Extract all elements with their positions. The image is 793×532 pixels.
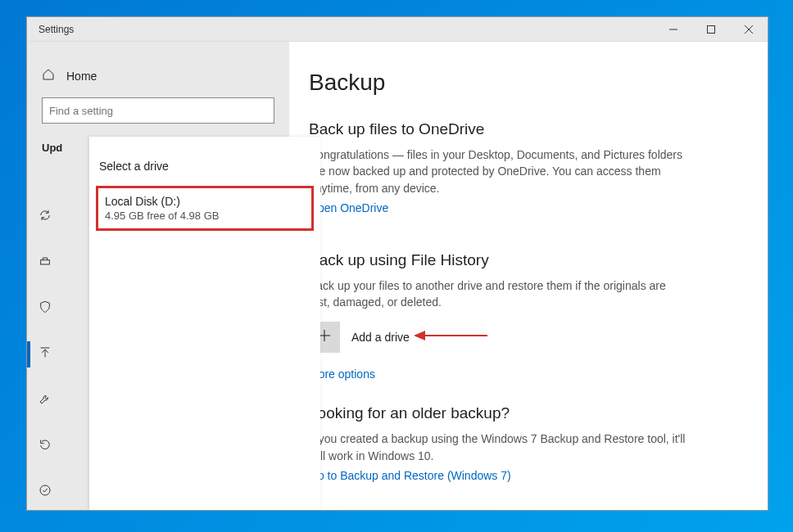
search-input[interactable] <box>42 97 274 124</box>
svg-marker-11 <box>414 331 425 340</box>
maximize-button[interactable] <box>692 17 730 42</box>
svg-rect-4 <box>41 260 50 264</box>
nav-backup[interactable] <box>27 343 63 366</box>
svg-rect-1 <box>708 25 715 33</box>
sidebar: Home Upd <box>27 42 289 510</box>
drive-option[interactable]: Local Disk (D:) 4.95 GB free of 4.98 GB <box>96 186 314 231</box>
drive-name: Local Disk (D:) <box>105 195 305 208</box>
main-content: Backup Back up files to OneDrive Congrat… <box>289 42 768 510</box>
shield-icon <box>39 300 52 317</box>
select-drive-flyout: Select a drive Local Disk (D:) 4.95 GB f… <box>89 137 320 510</box>
nav-rail <box>27 205 63 510</box>
svg-point-6 <box>40 485 50 495</box>
onedrive-desc: Congratulations — files in your Desktop,… <box>309 147 686 196</box>
backup-arrow-up-icon <box>39 346 52 363</box>
nav-recovery[interactable] <box>27 435 63 458</box>
close-button[interactable] <box>730 17 768 42</box>
nav-windows-security[interactable] <box>27 297 63 320</box>
open-onedrive-link[interactable]: Open OneDrive <box>309 201 388 214</box>
sync-icon <box>39 209 52 225</box>
wrench-icon <box>39 392 52 408</box>
flyout-title: Select a drive <box>89 151 320 186</box>
older-desc: If you created a backup using the Window… <box>309 431 686 464</box>
onedrive-heading: Back up files to OneDrive <box>309 120 743 138</box>
check-circle-icon <box>39 484 52 500</box>
older-heading: Looking for an older backup? <box>309 404 743 422</box>
settings-window: Settings Home Upd <box>26 16 768 511</box>
drive-free-space: 4.95 GB free of 4.98 GB <box>105 210 305 222</box>
annotation-arrow <box>414 330 487 345</box>
home-icon <box>42 68 55 84</box>
window-controls <box>655 17 768 42</box>
page-title: Backup <box>309 70 743 96</box>
add-drive-button[interactable]: Add a drive <box>309 322 743 353</box>
window-body: Home Upd <box>27 42 768 510</box>
titlebar: Settings <box>27 17 768 42</box>
minimize-button[interactable] <box>655 17 692 42</box>
nav-windows-update[interactable] <box>27 205 63 228</box>
search-row <box>27 97 289 137</box>
home-label: Home <box>66 70 97 83</box>
filehistory-desc: Back up your files to another drive and … <box>309 277 686 311</box>
nav-activation[interactable] <box>27 480 63 503</box>
nav-troubleshoot[interactable] <box>27 389 63 412</box>
filehistory-heading: Back up using File History <box>309 251 743 269</box>
recovery-icon <box>39 438 52 454</box>
backup-restore-link[interactable]: Go to Backup and Restore (Windows 7) <box>309 469 511 482</box>
window-title: Settings <box>27 24 655 35</box>
home-nav[interactable]: Home <box>27 63 289 97</box>
nav-delivery-optimization[interactable] <box>27 251 63 274</box>
add-drive-label: Add a drive <box>351 331 410 344</box>
delivery-icon <box>39 255 52 271</box>
